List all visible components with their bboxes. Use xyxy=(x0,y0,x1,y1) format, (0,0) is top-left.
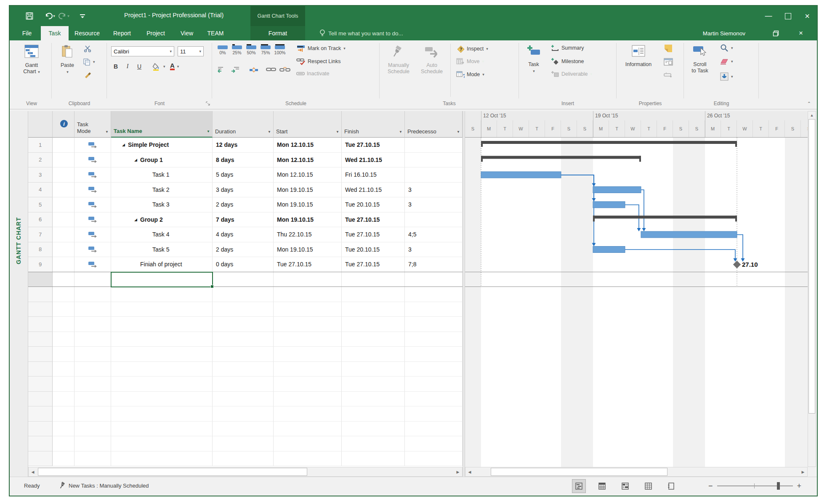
cell-task-name[interactable]: Task 1 xyxy=(111,167,213,183)
empty-cell[interactable] xyxy=(111,451,213,467)
empty-cell[interactable] xyxy=(274,392,342,407)
cut-button[interactable] xyxy=(84,45,91,52)
tab-team[interactable]: TEAM xyxy=(201,26,230,40)
empty-cell[interactable] xyxy=(74,422,111,437)
filter-icon[interactable]: ▼ xyxy=(207,130,210,133)
font-size-select[interactable]: 11▾ xyxy=(178,46,204,56)
collapse-ribbon-icon[interactable]: ⌃ xyxy=(807,101,811,106)
undo-caret[interactable]: ▾ xyxy=(53,14,55,18)
empty-cell[interactable] xyxy=(274,317,342,332)
cell-duration[interactable]: 8 days xyxy=(213,153,274,168)
empty-cell[interactable] xyxy=(274,436,342,451)
tab-project[interactable]: Project xyxy=(138,26,173,40)
empty-cell[interactable] xyxy=(213,332,274,347)
row-number[interactable]: 4 xyxy=(28,183,53,198)
empty-cell[interactable] xyxy=(111,317,213,332)
tab-file[interactable]: File xyxy=(14,26,40,40)
empty-cell[interactable] xyxy=(53,362,74,377)
empty-cell[interactable] xyxy=(405,436,463,451)
cell-predecessors[interactable] xyxy=(405,167,463,183)
zoom-slider-thumb[interactable] xyxy=(777,482,780,490)
empty-cell[interactable] xyxy=(405,362,463,377)
filter-icon[interactable]: ▼ xyxy=(399,130,402,134)
empty-cell[interactable] xyxy=(274,406,342,422)
view-shortcut-task-usage[interactable] xyxy=(595,479,609,493)
cell-task-mode[interactable] xyxy=(74,197,111,212)
insert-task-button[interactable]: Task▾ xyxy=(522,44,545,74)
cell-task-mode[interactable] xyxy=(74,257,111,272)
cell-duration[interactable]: 4 days xyxy=(213,227,274,242)
empty-cell[interactable] xyxy=(111,392,213,407)
empty-cell[interactable] xyxy=(111,302,213,317)
empty-cell[interactable] xyxy=(53,422,74,437)
empty-cell[interactable] xyxy=(342,302,405,317)
cell-info[interactable] xyxy=(53,242,74,257)
row-number[interactable] xyxy=(28,377,53,392)
maximize-button[interactable] xyxy=(778,6,798,26)
font-color-button[interactable]: A ▾ xyxy=(170,62,179,70)
scroll-left-icon[interactable]: ◀ xyxy=(29,468,37,476)
row-number[interactable] xyxy=(28,406,53,422)
empty-cell[interactable] xyxy=(405,377,463,392)
empty-cell[interactable] xyxy=(342,377,405,392)
empty-cell[interactable] xyxy=(74,302,111,317)
empty-cell[interactable] xyxy=(74,272,111,287)
empty-cell[interactable] xyxy=(213,377,274,392)
minimize-button[interactable]: — xyxy=(759,6,778,26)
scroll-to-task-button[interactable]: Scrollto Task xyxy=(686,44,713,74)
cell-task-name[interactable]: Task 2 xyxy=(111,183,213,198)
cell-task-name[interactable]: ◢Simple Project xyxy=(111,138,213,153)
cell-start[interactable]: Mon 12.10.15 xyxy=(274,167,342,183)
copy-button[interactable]: ▾ xyxy=(83,58,95,66)
cell-task-mode[interactable] xyxy=(74,212,111,228)
empty-cell[interactable] xyxy=(53,436,74,451)
collapse-triangle-icon[interactable]: ◢ xyxy=(134,158,140,162)
empty-cell[interactable] xyxy=(74,406,111,422)
empty-cell[interactable] xyxy=(74,377,111,392)
cell-finish[interactable]: Tue 27.10.15 xyxy=(342,212,405,228)
task-bar[interactable] xyxy=(593,202,625,208)
cell-task-mode[interactable] xyxy=(74,227,111,242)
cell-info[interactable] xyxy=(53,212,74,228)
percent-complete-25[interactable]: 25% xyxy=(230,45,244,55)
empty-cell[interactable] xyxy=(405,272,463,287)
empty-cell[interactable] xyxy=(53,332,74,347)
empty-cell[interactable] xyxy=(74,287,111,302)
view-shortcut-report[interactable] xyxy=(665,479,678,493)
empty-cell[interactable] xyxy=(274,451,342,467)
row-number[interactable] xyxy=(28,272,53,287)
row-number[interactable] xyxy=(28,317,53,332)
cell-start[interactable]: Thu 22.10.15 xyxy=(274,227,342,242)
scroll-up-icon[interactable]: ▲ xyxy=(808,112,815,119)
column-header-duration[interactable]: Duration▼ xyxy=(213,111,274,138)
view-shortcut-resource-sheet[interactable] xyxy=(641,479,655,493)
empty-cell[interactable] xyxy=(111,422,213,437)
cell-task-mode[interactable] xyxy=(74,167,111,183)
cell-info[interactable] xyxy=(53,167,74,183)
empty-cell[interactable] xyxy=(342,362,405,377)
cell-predecessors[interactable] xyxy=(405,138,463,153)
clear-button[interactable]: ▾ xyxy=(720,58,733,65)
cell-finish[interactable]: Tue 27.10.15 xyxy=(342,257,405,272)
column-header-start[interactable]: Start▼ xyxy=(274,111,342,138)
chart-vertical-scrollbar[interactable]: ▲ xyxy=(808,111,816,467)
information-button[interactable]: Information xyxy=(619,44,658,68)
empty-cell[interactable] xyxy=(405,406,463,422)
cell-task-mode[interactable] xyxy=(74,242,111,257)
row-number[interactable] xyxy=(28,347,53,362)
save-icon[interactable] xyxy=(23,11,36,21)
empty-cell[interactable] xyxy=(342,392,405,407)
empty-cell[interactable] xyxy=(274,287,342,302)
empty-cell[interactable] xyxy=(405,422,463,437)
status-new-tasks[interactable]: New Tasks : Manually Scheduled xyxy=(69,483,149,489)
close-button[interactable]: × xyxy=(798,6,817,26)
cell-duration[interactable]: 3 days xyxy=(213,183,274,198)
empty-cell[interactable] xyxy=(111,347,213,362)
empty-cell[interactable] xyxy=(274,362,342,377)
empty-cell[interactable] xyxy=(405,332,463,347)
collapse-triangle-icon[interactable]: ◢ xyxy=(134,218,140,222)
row-number[interactable]: 1 xyxy=(28,138,53,153)
outdent-button[interactable] xyxy=(217,66,226,73)
scroll-right-icon[interactable]: ▶ xyxy=(454,468,462,476)
row-number[interactable]: 8 xyxy=(28,242,53,257)
